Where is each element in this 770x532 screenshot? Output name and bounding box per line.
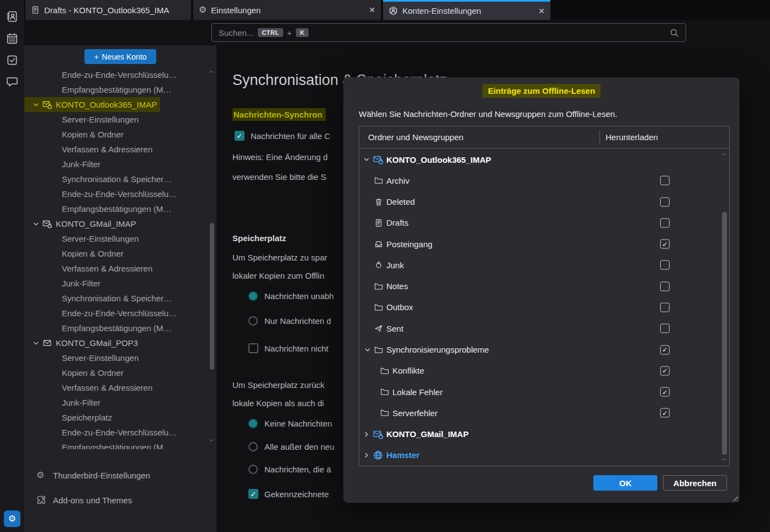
sidebar-item[interactable]: Ende-zu-Ende-Verschlüsselu… — [24, 425, 180, 440]
cancel-button[interactable]: Abbrechen — [663, 475, 727, 491]
download-checkbox[interactable] — [660, 324, 670, 333]
folder-row[interactable]: Drafts — [359, 212, 729, 233]
radio-row[interactable]: Nachrichten unabh — [248, 291, 334, 301]
folder-row[interactable]: Archiv — [359, 170, 729, 191]
checkbox-row[interactable]: Nachrichten für alle C — [235, 131, 330, 141]
download-checkbox[interactable] — [660, 366, 670, 375]
folder-row-account[interactable]: Hamster — [359, 445, 729, 466]
sidebar-item[interactable]: Verfassen & Adressieren — [24, 380, 156, 395]
resize-grip-icon[interactable] — [731, 494, 738, 501]
close-icon[interactable]: ✕ — [369, 6, 375, 14]
folder-row[interactable]: Serverfehler — [359, 402, 729, 423]
tab-mail-drafts[interactable]: Drafts - KONTO_Outlook365_IMA — [25, 0, 191, 20]
sidebar-item[interactable]: Synchronisation & Speicher… — [24, 172, 175, 187]
tab-bar: Drafts - KONTO_Outlook365_IMA ⚙ Einstell… — [24, 0, 770, 20]
list-scrollbar-thumb[interactable] — [722, 212, 727, 455]
folder-row[interactable]: Deleted — [359, 191, 729, 212]
download-checkbox[interactable] — [660, 302, 670, 312]
kbd-plus: + — [287, 28, 292, 38]
checkbox-row[interactable]: Nachrichten nicht — [248, 343, 328, 353]
radio-row[interactable]: Nur Nachrichten d — [248, 316, 331, 326]
checkbox-row[interactable]: Gekennzeichnete — [248, 489, 329, 499]
folder-row[interactable]: Posteingang — [359, 233, 729, 254]
scroll-up-icon[interactable] — [208, 68, 215, 75]
radio-button[interactable] — [248, 465, 258, 474]
scroll-down-icon[interactable] — [721, 456, 727, 462]
sidebar-item[interactable]: Verfassen & Adressieren — [24, 261, 156, 276]
checkbox[interactable] — [248, 343, 258, 353]
folder-row[interactable]: Outbox — [359, 297, 729, 318]
folder-row-account[interactable]: KONTO_Outlook365_IMAP — [359, 149, 729, 170]
radio-button[interactable] — [248, 316, 258, 326]
radio-row[interactable]: Alle außer den neu — [248, 442, 334, 451]
checkbox[interactable] — [235, 131, 245, 141]
sidebar-item[interactable]: Empfangsbestätigungen (M… — [24, 82, 174, 97]
download-checkbox[interactable] — [660, 281, 670, 291]
download-checkbox[interactable] — [660, 345, 670, 354]
sidebar-item[interactable]: Server-Einstellungen — [24, 231, 142, 246]
tab-settings[interactable]: ⚙ Einstellungen ✕ — [193, 0, 381, 20]
folder-row[interactable]: Notes — [359, 276, 729, 297]
sidebar-item[interactable]: Ende-zu-Ende-Verschlüsselu… — [24, 67, 180, 82]
sidebar-item[interactable]: Empfangsbestätigungen (M… — [24, 321, 174, 336]
gear-icon: ⚙ — [199, 6, 206, 14]
search-input[interactable]: Suchen... CTRL + K — [211, 23, 686, 42]
radio-button[interactable] — [248, 291, 258, 301]
download-checkbox[interactable] — [660, 197, 670, 206]
sidebar-scrollbar-thumb[interactable] — [210, 223, 214, 370]
sidebar-item[interactable]: Synchronisation & Speicher… — [24, 291, 175, 306]
folder-row[interactable]: Sent — [359, 318, 729, 339]
close-icon[interactable]: ✕ — [538, 7, 545, 15]
sidebar-item[interactable]: Ende-zu-Ende-Verschlüsselu… — [24, 306, 180, 321]
sidebar-item[interactable]: Ende-zu-Ende-Verschlüsselu… — [24, 187, 180, 201]
calendar-space-button[interactable] — [6, 32, 19, 45]
tasks-space-button[interactable] — [6, 54, 19, 67]
download-checkbox[interactable] — [660, 240, 670, 249]
sidebar-account-outlook365[interactable]: KONTO_Outlook365_IMAP — [24, 97, 160, 112]
settings-space-button[interactable]: ⚙ — [4, 510, 20, 527]
download-checkbox[interactable] — [660, 260, 670, 270]
sidebar-item-thunderbird-settings[interactable]: ⚙ Thunderbird-Einstellungen — [24, 466, 216, 484]
column-header-download[interactable]: Herunterladen — [600, 132, 658, 142]
sidebar-item[interactable]: Junk-Filter — [24, 395, 104, 410]
checkbox[interactable] — [248, 489, 258, 499]
download-checkbox[interactable] — [660, 408, 670, 418]
account-icon — [389, 6, 398, 15]
folder-table: Ordner und Newsgruppen Herunterladen KON… — [359, 126, 730, 466]
sidebar-account-gmail-imap[interactable]: KONTO_GMail_IMAP — [24, 216, 140, 231]
sidebar-item[interactable]: Junk-Filter — [24, 157, 104, 172]
ok-button[interactable]: OK — [593, 475, 657, 491]
column-header-folders[interactable]: Ordner und Newsgruppen — [359, 132, 599, 142]
sidebar-item[interactable]: Empfangsbestätigungen (M… — [24, 201, 174, 216]
sidebar-item[interactable]: Speicherplatz — [24, 410, 115, 425]
sidebar-item[interactable]: Kopien & Ordner — [24, 127, 127, 142]
sidebar-item[interactable]: Kopien & Ordner — [24, 365, 127, 380]
folder-row[interactable]: Lokale Fehler — [359, 381, 729, 402]
sidebar-item[interactable]: Server-Einstellungen — [24, 350, 142, 365]
sidebar-account-gmail-pop3[interactable]: KONTO_GMail_POP3 — [24, 336, 141, 350]
chat-space-button[interactable] — [6, 75, 19, 88]
folder-row[interactable]: Junk — [359, 254, 729, 275]
tab-account-settings[interactable]: Konten-Einstellungen ✕ — [383, 0, 550, 20]
download-checkbox[interactable] — [660, 218, 670, 227]
sidebar-item[interactable]: Server-Einstellungen — [24, 112, 142, 127]
download-checkbox[interactable] — [660, 387, 670, 397]
sidebar-item-addons[interactable]: Add-ons und Themes — [24, 491, 216, 509]
sidebar-item[interactable]: Junk-Filter — [24, 276, 104, 291]
download-checkbox[interactable] — [660, 176, 670, 185]
new-account-button[interactable]: + Neues Konto — [84, 49, 156, 64]
sidebar-item[interactable]: Kopien & Ordner — [24, 246, 127, 261]
tab-label: Einstellungen — [211, 6, 361, 15]
folder-row[interactable]: Synchronisierungsprobleme — [359, 339, 729, 360]
folder-row[interactable]: Konflikte — [359, 360, 729, 381]
sidebar-item[interactable]: Empfangsbestätigungen (M… — [24, 440, 174, 449]
folder-row-account[interactable]: KONTO_GMail_IMAP — [359, 423, 729, 444]
radio-button[interactable] — [248, 442, 258, 451]
radio-button[interactable] — [248, 419, 258, 428]
scroll-up-icon[interactable] — [721, 151, 727, 157]
addressbook-space-button[interactable] — [6, 10, 19, 23]
radio-row[interactable]: Nachrichten, die ä — [248, 465, 331, 474]
sidebar-item[interactable]: Verfassen & Adressieren — [24, 142, 156, 157]
radio-row[interactable]: Keine Nachrichten — [248, 419, 332, 428]
scroll-down-icon[interactable] — [208, 437, 215, 444]
